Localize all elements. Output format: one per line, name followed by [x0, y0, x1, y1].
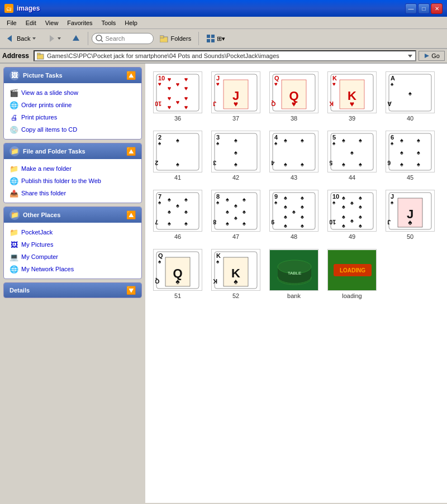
- search-box[interactable]: [92, 33, 154, 44]
- forward-icon: [46, 34, 55, 43]
- other-places-header[interactable]: 📁 Other Places 🔼: [4, 207, 141, 223]
- my-network-item[interactable]: 🌐 My Network Places: [8, 263, 137, 275]
- minimize-button[interactable]: —: [405, 3, 417, 14]
- svg-text:♥: ♥: [176, 98, 180, 105]
- svg-text:♠: ♠: [242, 195, 246, 202]
- menu-tools[interactable]: Tools: [97, 18, 121, 27]
- order-prints-icon: 🌐: [9, 100, 18, 109]
- share-folder-icon: 📤: [9, 189, 18, 198]
- publish-folder-item[interactable]: 🌐 Publish this folder to the Web: [8, 175, 137, 187]
- file-item-43[interactable]: 4 ♠ 4 ♠♠♠♠ 43: [266, 127, 322, 184]
- other-places-panel: 📁 Other Places 🔼 📁 PocketJack 🖼 My Pictu…: [3, 207, 142, 279]
- svg-text:♥: ♥: [168, 75, 172, 82]
- svg-marker-1: [32, 37, 36, 40]
- svg-text:♥: ♥: [168, 84, 172, 91]
- file-item-44[interactable]: 5 ♠ 5 ♠♠♠♠♠ 44: [324, 127, 380, 184]
- file-folder-tasks-header[interactable]: 📁 File and Folder Tasks 🔼: [4, 143, 141, 159]
- svg-text:♥: ♥: [176, 80, 180, 87]
- svg-text:♥: ♥: [184, 103, 188, 110]
- file-item-52[interactable]: K ♠ K K ♠ 52: [208, 246, 264, 303]
- sidebar: 🖼 Picture Tasks 🔼 🎬 View as a slide show…: [0, 64, 145, 503]
- file-item-48[interactable]: 9 ♠ 9 ♠♠♠♠♠♠♠♠♠ 48: [266, 186, 322, 243]
- file-item-36[interactable]: 10 ♥ 10 ♥♥♥♥♥♥♥♥♥♥ 36: [150, 68, 206, 125]
- copy-cd-item[interactable]: 💿 Copy all items to CD: [8, 123, 137, 136]
- picture-tasks-header[interactable]: 🖼 Picture Tasks 🔼: [4, 68, 141, 83]
- order-prints-item[interactable]: 🌐 Order prints online: [8, 99, 137, 111]
- menu-help[interactable]: Help: [120, 18, 142, 27]
- svg-text:♠: ♠: [184, 219, 188, 226]
- file-folder-collapse-icon: 🔼: [126, 147, 136, 156]
- file-thumbnail-45: 6 ♠ 6 ♠♠♠♠♠♠: [386, 131, 435, 172]
- menu-view[interactable]: View: [41, 18, 63, 27]
- file-item-39[interactable]: K ♥ K K ♥ 39: [324, 68, 380, 125]
- my-pictures-item[interactable]: 🖼 My Pictures: [8, 238, 137, 251]
- file-item-49[interactable]: 10 ♠ 10 ♠♠♠♠♠♠♠♠♠♠ 49: [324, 186, 380, 243]
- file-name-47: 47: [232, 233, 239, 240]
- menu-edit[interactable]: Edit: [21, 18, 41, 27]
- svg-text:6: 6: [388, 160, 391, 166]
- app-icon: 🗂: [4, 4, 13, 13]
- svg-text:♠: ♠: [234, 214, 237, 220]
- window-controls: — □ ✕: [405, 3, 443, 14]
- svg-text:♠: ♠: [400, 148, 403, 155]
- my-network-label: My Network Places: [21, 266, 74, 272]
- file-name-38: 38: [291, 115, 297, 122]
- menu-file[interactable]: File: [2, 18, 21, 27]
- file-item-38[interactable]: Q ♥ Q Q ♥ 38: [266, 68, 322, 125]
- my-computer-item[interactable]: 💻 My Computer: [8, 251, 137, 263]
- file-thumbnail-47: 8 ♠ 8 ♠♠♠♠♠♠♠♠: [211, 190, 260, 232]
- menu-favorites[interactable]: Favorites: [63, 18, 97, 27]
- svg-rect-9: [207, 35, 210, 38]
- svg-text:♠: ♠: [301, 160, 304, 167]
- svg-text:K: K: [213, 278, 217, 285]
- svg-marker-16: [425, 54, 429, 58]
- close-button[interactable]: ✕: [431, 3, 443, 14]
- maximize-button[interactable]: □: [418, 3, 430, 14]
- svg-text:7: 7: [155, 219, 158, 225]
- file-thumbnail-46: 7 ♠ 7 ♠♠♠♠♠♠♠: [153, 190, 202, 232]
- other-places-collapse-icon: 🔼: [126, 210, 136, 219]
- svg-text:LOADING: LOADING: [340, 267, 365, 273]
- file-item-51[interactable]: Q ♠ Q Q ♠ 51: [150, 246, 206, 303]
- file-item-41[interactable]: 2 ♠ 2 ♠♠ 41: [150, 127, 206, 184]
- address-bar[interactable]: Games\CS\PPC\Pocket jack for smartphone\…: [34, 50, 416, 61]
- details-header[interactable]: Details 🔽: [4, 283, 141, 297]
- folders-button[interactable]: Folders: [156, 32, 195, 45]
- pocketjack-item[interactable]: 📁 PocketJack: [8, 226, 137, 238]
- my-pictures-icon: 🖼: [9, 240, 18, 249]
- svg-text:♠: ♠: [400, 136, 403, 143]
- share-folder-item[interactable]: 📤 Share this folder: [8, 187, 137, 199]
- file-item-42[interactable]: 3 ♠ 3 ♠♠♠ 42: [208, 127, 264, 184]
- file-item-50[interactable]: J ♠ J J ♠ 50: [382, 186, 438, 243]
- make-new-folder-item[interactable]: 📁 Make a new folder: [8, 162, 137, 175]
- view-slideshow-item[interactable]: 🎬 View as a slide show: [8, 87, 137, 99]
- file-item-45[interactable]: 6 ♠ 6 ♠♠♠♠♠♠ 45: [382, 127, 438, 184]
- search-input[interactable]: [105, 35, 150, 42]
- file-thumbnail-49: 10 ♠ 10 ♠♠♠♠♠♠♠♠♠♠: [327, 190, 377, 232]
- svg-text:♠: ♠: [342, 160, 345, 167]
- print-pictures-label: Print pictures: [21, 114, 57, 121]
- my-computer-icon: 💻: [9, 252, 18, 261]
- file-item-40[interactable]: A ♠ A ♠ 40: [382, 68, 438, 125]
- file-item-bank[interactable]: TABLE bank: [266, 246, 322, 303]
- print-pictures-item[interactable]: 🖨 Print pictures: [8, 111, 137, 123]
- views-button[interactable]: ⊞▾: [202, 32, 229, 45]
- file-item-loading[interactable]: LOADING loading: [324, 246, 380, 303]
- svg-text:♠: ♠: [168, 195, 171, 202]
- go-button[interactable]: Go: [419, 51, 445, 61]
- up-button[interactable]: [68, 32, 84, 45]
- file-thumbnail-42: 3 ♠ 3 ♠♠♠: [211, 131, 260, 172]
- svg-text:♥: ♥: [234, 99, 238, 108]
- file-item-46[interactable]: 7 ♠ 7 ♠♠♠♠♠♠♠ 46: [150, 186, 206, 243]
- picture-tasks-icon: 🖼: [9, 70, 20, 80]
- svg-text:♠: ♠: [274, 140, 278, 146]
- file-item-37[interactable]: J ♥ J J ♥ 37: [208, 68, 264, 125]
- svg-text:♠: ♠: [359, 213, 362, 219]
- file-item-47[interactable]: 8 ♠ 8 ♠♠♠♠♠♠♠♠ 47: [208, 186, 264, 243]
- file-name-43: 43: [291, 174, 297, 181]
- back-button[interactable]: Back: [2, 32, 40, 45]
- svg-text:4: 4: [272, 160, 274, 166]
- svg-text:♠: ♠: [359, 203, 362, 209]
- file-name-40: 40: [407, 115, 413, 122]
- forward-button[interactable]: [42, 32, 65, 45]
